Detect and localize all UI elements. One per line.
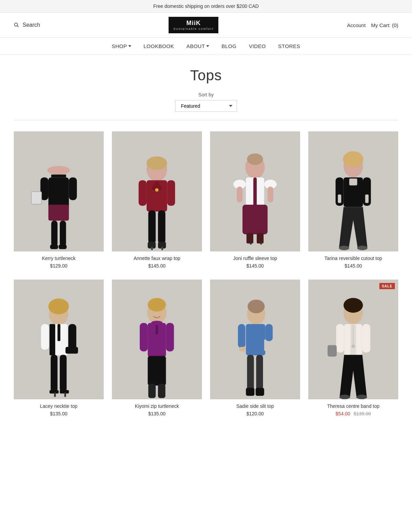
announcement-text: Free domestic shipping on orders over $2… <box>153 3 259 9</box>
main-nav: SHOP LOOKBOOK ABOUT BLOG VIDEO STORES <box>0 38 412 55</box>
product-figure-4 <box>317 138 389 251</box>
nav-item-about[interactable]: ABOUT <box>186 43 209 49</box>
svg-rect-92 <box>328 345 337 356</box>
svg-rect-12 <box>59 245 67 249</box>
cart-link[interactable]: My Cart: (0) <box>371 22 398 28</box>
product-name-5: Lacey necktie top <box>14 403 104 409</box>
product-name-4: Tarina reversible cutout top <box>308 256 398 261</box>
chevron-down-icon <box>128 45 131 47</box>
product-card-1[interactable]: Kerry turtleneck $129.00 <box>14 131 104 268</box>
nav-item-shop[interactable]: SHOP <box>112 43 131 49</box>
svg-rect-21 <box>158 210 165 243</box>
header-right: Account My Cart: (0) <box>347 22 398 28</box>
product-name-1: Kerry turtleneck <box>14 256 104 261</box>
nav-label-lookbook: LOOKBOOK <box>144 43 174 49</box>
logo-name: MiiK <box>186 20 201 26</box>
svg-rect-10 <box>60 221 66 246</box>
svg-rect-20 <box>148 210 156 243</box>
product-card-6[interactable]: Kiyomi zip turtleneck $135.00 <box>112 280 202 416</box>
nav-label-about: ABOUT <box>186 43 205 49</box>
product-figure-2 <box>121 138 193 251</box>
logo-tagline: Sustainable comfort <box>173 27 214 31</box>
product-image-8: SALE <box>308 280 398 399</box>
svg-rect-11 <box>50 245 58 249</box>
chevron-down-icon <box>206 45 209 47</box>
product-card-4[interactable]: Tarina reversible cutout top $145.00 <box>308 131 398 268</box>
svg-point-50 <box>48 298 69 314</box>
svg-rect-79 <box>239 347 246 351</box>
sort-select[interactable]: Featured Price: Low to High Price: High … <box>175 100 237 112</box>
nav-item-lookbook[interactable]: LOOKBOOK <box>144 43 174 49</box>
svg-rect-5 <box>48 205 69 221</box>
product-figure-5 <box>23 285 95 399</box>
sort-label: Sort by <box>198 92 214 97</box>
product-price-3: $145.00 <box>210 263 300 269</box>
svg-rect-52 <box>49 324 55 355</box>
account-link[interactable]: Account <box>347 22 366 28</box>
svg-rect-7 <box>69 177 77 200</box>
product-price-5: $135.00 <box>14 411 104 416</box>
product-figure-1 <box>23 138 95 251</box>
svg-rect-37 <box>250 242 252 245</box>
page-title-section: Tops <box>0 55 412 88</box>
product-card-7[interactable]: Sadie side slit top $120.00 <box>210 280 300 416</box>
svg-rect-90 <box>336 324 344 353</box>
product-figure-7 <box>219 285 291 399</box>
svg-point-89 <box>352 345 355 348</box>
svg-point-74 <box>248 300 265 314</box>
svg-rect-38 <box>260 242 262 245</box>
svg-rect-59 <box>49 390 59 393</box>
svg-point-14 <box>147 156 167 170</box>
search-icon <box>14 22 19 28</box>
product-card-8[interactable]: SALE <box>308 280 398 416</box>
svg-rect-53 <box>58 324 60 341</box>
product-image-7 <box>210 280 300 399</box>
svg-rect-19 <box>167 180 175 206</box>
nav-item-stores[interactable]: STORES <box>278 43 300 49</box>
svg-point-94 <box>357 395 367 399</box>
nav-item-video[interactable]: VIDEO <box>249 43 266 49</box>
svg-rect-36 <box>257 233 264 244</box>
product-image-3 <box>210 131 300 251</box>
product-card-5[interactable]: Lacey necktie top $135.00 <box>14 280 104 416</box>
svg-rect-70 <box>148 356 166 386</box>
svg-rect-25 <box>161 247 163 250</box>
svg-rect-57 <box>51 355 58 392</box>
svg-rect-71 <box>148 384 156 398</box>
svg-rect-34 <box>242 205 267 234</box>
svg-rect-42 <box>349 178 357 185</box>
svg-rect-45 <box>338 194 341 203</box>
product-price-8: $54.00 $135.00 <box>308 411 398 416</box>
product-image-6 <box>112 280 202 399</box>
svg-rect-69 <box>166 323 174 352</box>
product-name-8: Theresa centre band top <box>308 403 398 409</box>
nav-item-blog[interactable]: BLOG <box>221 43 237 49</box>
product-figure-8 <box>317 285 389 399</box>
svg-rect-3 <box>51 175 66 177</box>
product-card-3[interactable]: Joni ruffle sleeve top $145.00 <box>210 131 300 268</box>
svg-rect-67 <box>151 321 162 325</box>
section-divider <box>14 120 398 120</box>
product-price-1: $129.00 <box>14 263 104 269</box>
header: Search MiiK Sustainable comfort Account … <box>0 13 412 38</box>
product-image-2 <box>112 131 202 251</box>
product-figure-6 <box>121 285 193 399</box>
product-card-2[interactable]: Annette faux wrap top $145.00 <box>112 131 202 268</box>
search-label: Search <box>23 22 40 28</box>
products-grid: Kerry turtleneck $129.00 <box>0 131 412 437</box>
svg-rect-2 <box>47 166 70 175</box>
svg-rect-62 <box>65 392 66 397</box>
product-price-4: $145.00 <box>308 263 398 269</box>
svg-point-85 <box>344 298 363 313</box>
logo[interactable]: MiiK Sustainable comfort <box>169 17 219 33</box>
nav-label-video: VIDEO <box>249 43 266 49</box>
svg-rect-91 <box>363 324 370 353</box>
svg-rect-4 <box>48 177 69 209</box>
search-button[interactable]: Search <box>14 22 40 28</box>
product-price-2: $145.00 <box>112 263 202 269</box>
announcement-bar: Free domestic shipping on orders over $2… <box>0 0 412 13</box>
logo-box: MiiK Sustainable comfort <box>169 17 219 33</box>
svg-line-1 <box>18 26 19 27</box>
product-image-4 <box>308 131 398 251</box>
svg-rect-46 <box>365 194 369 203</box>
